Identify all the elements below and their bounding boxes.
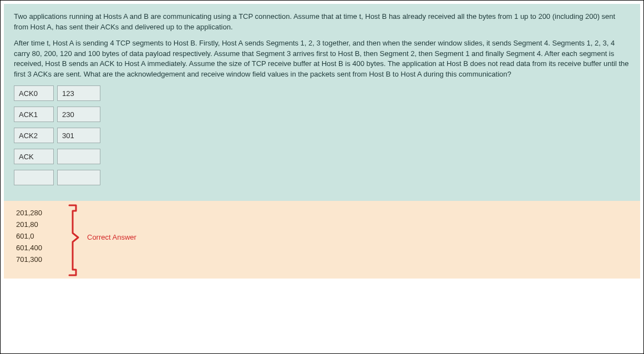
correct-answer-item: 701,300 xyxy=(16,255,628,264)
correct-answer-label: Correct Answer xyxy=(87,233,136,241)
input-row xyxy=(14,149,630,164)
ack-label-input-2[interactable] xyxy=(14,128,54,143)
ack-value-input-3[interactable] xyxy=(57,149,100,164)
brace-icon xyxy=(59,204,82,276)
input-row xyxy=(14,170,630,185)
input-row xyxy=(14,107,630,122)
ack-value-input-4[interactable] xyxy=(57,170,100,185)
answer-inputs-group xyxy=(14,85,630,185)
input-row xyxy=(14,128,630,143)
ack-label-input-0[interactable] xyxy=(14,85,54,101)
correct-answer-item: 601,400 xyxy=(16,244,628,252)
ack-label-input-4[interactable] xyxy=(14,170,54,185)
correct-answer-item: 201,80 xyxy=(16,220,628,229)
question-paragraph-1: Two applications running at Hosts A and … xyxy=(14,12,630,33)
correct-answer-panel: 201,280 201,80 601,0 601,400 701,300 Cor… xyxy=(4,201,640,279)
ack-label-input-3[interactable] xyxy=(14,149,54,164)
question-panel: Two applications running at Hosts A and … xyxy=(4,4,640,201)
ack-value-input-2[interactable] xyxy=(57,128,100,143)
ack-value-input-0[interactable] xyxy=(57,85,100,101)
question-paragraph-2: After time t, Host A is sending 4 TCP se… xyxy=(14,38,630,80)
input-row xyxy=(14,85,630,101)
correct-answer-item: 201,280 xyxy=(16,209,628,217)
page-frame: Two applications running at Hosts A and … xyxy=(0,0,644,354)
ack-value-input-1[interactable] xyxy=(57,107,100,122)
ack-label-input-1[interactable] xyxy=(14,107,54,122)
